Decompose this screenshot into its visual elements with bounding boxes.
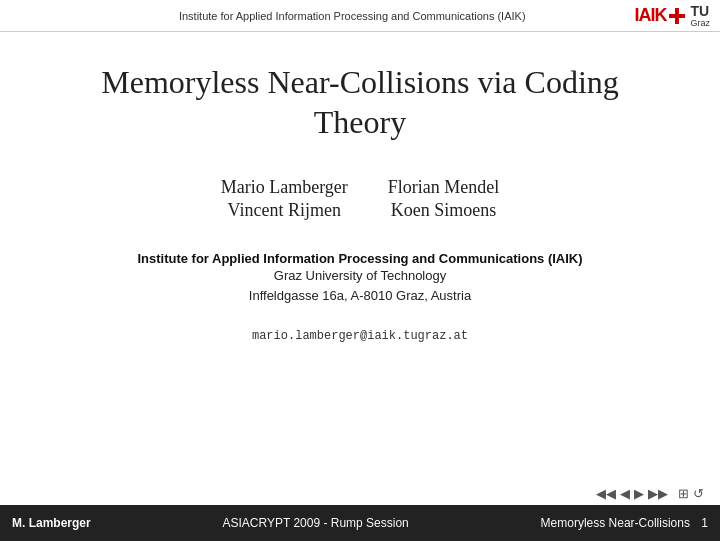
authors-grid: Mario Lamberger Florian Mendel Vincent R… bbox=[221, 177, 500, 221]
slide-title-line1: Memoryless Near-Collisions via Coding bbox=[101, 62, 619, 102]
slide-title-line2: Theory bbox=[101, 102, 619, 142]
institution-block: Institute for Applied Information Proces… bbox=[137, 251, 582, 305]
bottom-event: ASIACRYPT 2009 - Rump Session bbox=[222, 516, 408, 530]
slide-title: Memoryless Near-Collisions via Coding Th… bbox=[101, 62, 619, 142]
institution-name: Institute for Applied Information Proces… bbox=[137, 251, 582, 266]
bottom-bar: M. Lamberger ASIACRYPT 2009 - Rump Sessi… bbox=[0, 505, 720, 541]
nav-first-icon[interactable]: ◀◀ bbox=[596, 486, 616, 501]
nav-prev-icon[interactable]: ◀ bbox=[620, 486, 630, 501]
institution-university: Graz University of Technology bbox=[137, 266, 582, 286]
bottom-page-num: 1 bbox=[701, 516, 708, 530]
nav-last-icon[interactable]: ▶▶ bbox=[648, 486, 668, 501]
author-2: Florian Mendel bbox=[388, 177, 499, 198]
svg-rect-1 bbox=[669, 14, 685, 18]
author-4: Koen Simoens bbox=[388, 200, 499, 221]
top-bar: Institute for Applied Information Proces… bbox=[0, 0, 720, 32]
logo-tu-text: TU bbox=[690, 4, 710, 18]
nav-icons-row: ◀◀ ◀ ▶ ▶▶ ⊞ ↺ bbox=[596, 486, 704, 501]
author-3: Vincent Rijmen bbox=[221, 200, 348, 221]
nav-refresh-icon[interactable]: ↺ bbox=[693, 486, 704, 501]
logo-area: IAIK TU Graz bbox=[634, 4, 710, 28]
bottom-title-and-page: Memoryless Near-Collisions 1 bbox=[541, 516, 708, 530]
author-1: Mario Lamberger bbox=[221, 177, 348, 198]
nav-next-icon[interactable]: ▶ bbox=[634, 486, 644, 501]
header-title: Institute for Applied Information Proces… bbox=[70, 10, 634, 22]
logo-graz-text: Graz bbox=[690, 18, 710, 28]
slide-wrapper: Institute for Applied Information Proces… bbox=[0, 0, 720, 541]
bottom-author: M. Lamberger bbox=[12, 516, 91, 530]
bottom-slide-title: Memoryless Near-Collisions bbox=[541, 516, 690, 530]
logo-iaik-text: IAIK bbox=[634, 5, 666, 26]
institution-address: Inffeldgasse 16a, A-8010 Graz, Austria bbox=[137, 286, 582, 306]
logo-cross-icon bbox=[667, 6, 687, 26]
slide-content: Memoryless Near-Collisions via Coding Th… bbox=[0, 32, 720, 505]
nav-grid-icon[interactable]: ⊞ bbox=[678, 486, 689, 501]
institution-sub: Graz University of Technology Inffeldgas… bbox=[137, 266, 582, 305]
logo-tu-area: TU Graz bbox=[690, 4, 710, 28]
email-address: mario.lamberger@iaik.tugraz.at bbox=[252, 329, 468, 343]
